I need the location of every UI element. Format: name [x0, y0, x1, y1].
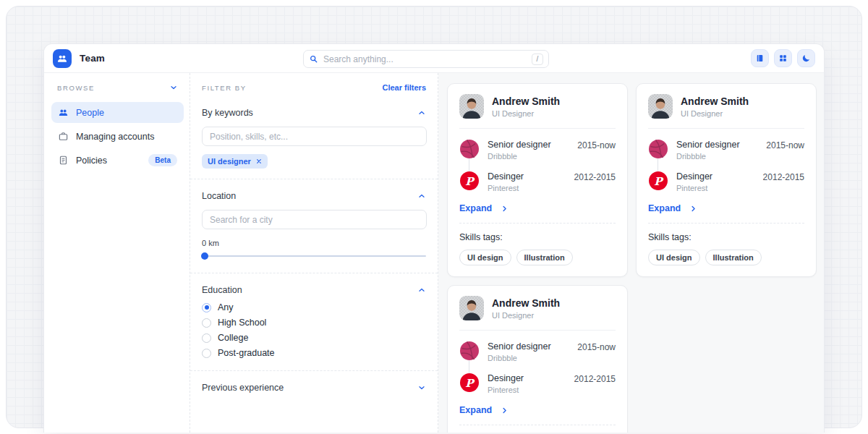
- filter-section-label: Education: [202, 285, 242, 295]
- radio-label: High School: [218, 318, 266, 328]
- city-search-input[interactable]: [202, 210, 427, 229]
- experience-company: Pinterest: [488, 386, 566, 394]
- filter-section-education[interactable]: Education: [190, 285, 438, 295]
- page-title: Team: [80, 53, 105, 64]
- filter-section-label: By keywords: [202, 108, 253, 118]
- experience-period: 2012-2015: [574, 171, 616, 182]
- moon-icon: [801, 54, 811, 63]
- briefcase-icon: [58, 131, 69, 142]
- slider-track[interactable]: [202, 255, 426, 257]
- people-icon: [58, 107, 69, 118]
- apps-grid-button[interactable]: [774, 49, 792, 67]
- experience-company: Dribbble: [488, 152, 569, 161]
- person-title: UI Designer: [492, 109, 560, 118]
- header-actions: [751, 49, 815, 67]
- chevron-up-icon[interactable]: [417, 286, 426, 294]
- search-input[interactable]: [323, 54, 527, 64]
- sidebar-item-label: Policies: [76, 156, 107, 166]
- expand-button[interactable]: Expand: [448, 394, 627, 425]
- keyword-tag-label: UI designer: [208, 157, 251, 166]
- skill-tag[interactable]: Illustration: [516, 250, 573, 265]
- skills-label: Skills tags:: [459, 232, 616, 242]
- experience-row: P Desinger Pinterest 2012-2015: [459, 171, 616, 192]
- skill-tag[interactable]: UI design: [459, 250, 511, 265]
- experience-row: P Desinger Pinterest 2012-2015: [648, 171, 804, 192]
- sidebar-item-managing-accounts[interactable]: Managing accounts: [51, 126, 184, 147]
- filter-section-location[interactable]: Location: [190, 191, 438, 201]
- expand-button[interactable]: Expand: [448, 192, 627, 223]
- radio-option-college[interactable]: College: [202, 333, 426, 343]
- filter-section-previous-experience[interactable]: Previous experience: [190, 383, 438, 393]
- experience-role: Desinger: [488, 373, 566, 383]
- close-icon[interactable]: [256, 158, 262, 164]
- dribbble-icon: [648, 139, 668, 159]
- radio-option-post-graduate[interactable]: Post-graduate: [202, 348, 426, 358]
- search-shortcut-key: /: [532, 54, 543, 65]
- dark-mode-button[interactable]: [797, 49, 815, 67]
- distance-slider[interactable]: [202, 252, 426, 260]
- pinterest-icon: P: [459, 373, 480, 393]
- radio-option-high-school[interactable]: High School: [202, 318, 426, 328]
- sidebar-section-label: BROWSE: [57, 84, 95, 92]
- radio-selected[interactable]: [202, 303, 211, 312]
- experience-timeline: Senior designer Dribbble 2015-now P Desi…: [637, 129, 816, 192]
- chevron-down-icon[interactable]: [169, 83, 178, 92]
- experience-role: Senior designer: [488, 140, 569, 150]
- slider-knob[interactable]: [201, 252, 208, 260]
- experience-company: Pinterest: [488, 184, 566, 192]
- skill-tag[interactable]: UI design: [648, 250, 700, 265]
- bookmarks-button[interactable]: [751, 49, 769, 67]
- document-icon: [58, 155, 69, 166]
- chevron-up-icon[interactable]: [417, 109, 426, 117]
- sidebar-item-policies[interactable]: Policies Beta: [51, 150, 184, 171]
- expand-label: Expand: [648, 203, 681, 213]
- radio-label: Any: [218, 302, 234, 312]
- chevron-right-icon: [501, 407, 509, 414]
- radio-label: College: [218, 333, 248, 343]
- people-icon: [56, 53, 68, 64]
- experience-timeline: Senior designer Dribbble 2015-now P Desi…: [448, 331, 627, 394]
- experience-period: 2015-now: [577, 139, 616, 150]
- experience-role: Senior designer: [488, 341, 569, 352]
- divider: [190, 370, 438, 371]
- experience-role: Desinger: [488, 171, 566, 182]
- dribbble-icon: [459, 341, 480, 361]
- skill-tag[interactable]: Illustration: [705, 250, 762, 265]
- person-name: Andrew Smith: [681, 95, 749, 107]
- keyword-tag[interactable]: UI designer: [202, 154, 268, 169]
- experience-row: Senior designer Dribbble 2015-now: [459, 139, 616, 161]
- grid-icon: [778, 54, 788, 63]
- clear-filters-button[interactable]: Clear filters: [382, 83, 426, 92]
- filter-section-keywords[interactable]: By keywords: [190, 108, 438, 118]
- chevron-down-icon[interactable]: [417, 383, 426, 392]
- sidebar-item-people[interactable]: People: [51, 102, 184, 123]
- experience-company: Dribbble: [488, 354, 569, 362]
- results-area: Andrew Smith UI Designer Senior desi: [438, 73, 824, 433]
- global-search[interactable]: /: [303, 50, 549, 68]
- pinterest-icon: P: [648, 171, 668, 191]
- avatar: [459, 296, 484, 320]
- radio[interactable]: [202, 318, 211, 328]
- chevron-right-icon: [689, 205, 697, 213]
- book-icon: [755, 54, 765, 63]
- search-icon: [309, 54, 318, 64]
- person-name: Andrew Smith: [492, 95, 560, 107]
- radio[interactable]: [202, 349, 211, 358]
- experience-company: Dribbble: [676, 152, 758, 161]
- filter-section-label: Previous experience: [202, 383, 284, 393]
- expand-button[interactable]: Expand: [637, 192, 816, 223]
- chevron-right-icon: [501, 205, 509, 213]
- distance-value: 0 km: [190, 239, 438, 247]
- avatar: [648, 94, 673, 119]
- education-options: Any High School College Post-graduate: [190, 295, 438, 358]
- radio-option-any[interactable]: Any: [202, 302, 426, 312]
- skills-label: Skills tags:: [648, 232, 804, 242]
- radio[interactable]: [202, 333, 211, 343]
- sidebar-item-label: Managing accounts: [76, 132, 154, 142]
- avatar: [459, 94, 484, 119]
- pinterest-icon: P: [459, 171, 480, 191]
- app-header: Team /: [44, 44, 824, 73]
- experience-period: 2012-2015: [763, 171, 804, 182]
- keywords-input[interactable]: [202, 127, 427, 146]
- chevron-up-icon[interactable]: [417, 192, 426, 200]
